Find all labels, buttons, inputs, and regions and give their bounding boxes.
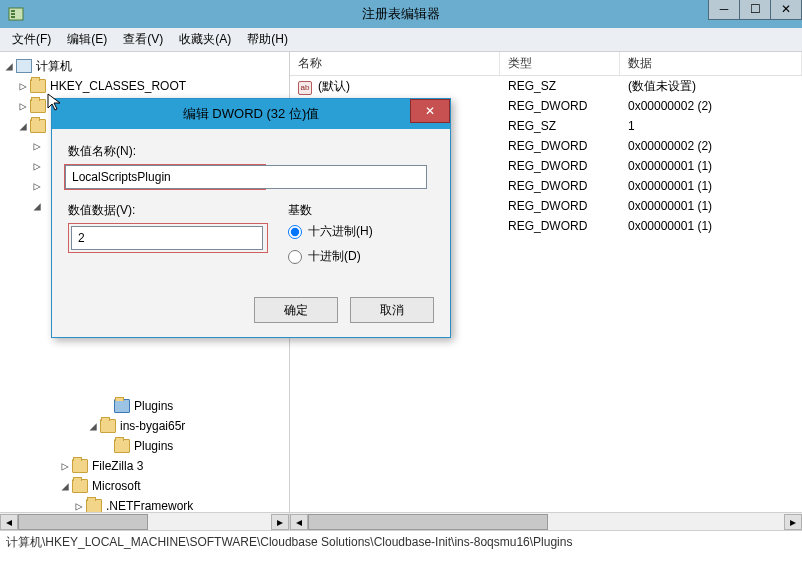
- menu-edit[interactable]: 编辑(E): [59, 31, 115, 48]
- col-type[interactable]: 类型: [500, 52, 620, 75]
- svg-rect-3: [11, 16, 15, 18]
- minimize-button[interactable]: ─: [708, 0, 740, 20]
- window-controls: ─ ☐ ✕: [708, 0, 802, 20]
- app-icon: [8, 6, 24, 22]
- menu-view[interactable]: 查看(V): [115, 31, 171, 48]
- value-data-label: 数值数据(V):: [68, 202, 268, 219]
- folder-icon: [114, 399, 130, 413]
- radio-dec-label: 十进制(D): [308, 248, 361, 265]
- base-label: 基数: [288, 202, 373, 219]
- svg-rect-2: [11, 13, 15, 15]
- expand-icon[interactable]: ▷: [58, 456, 72, 476]
- cell-data: 1: [620, 119, 802, 133]
- col-name[interactable]: 名称: [290, 52, 500, 75]
- expand-icon[interactable]: ▷: [30, 136, 44, 156]
- status-bar: 计算机\HKEY_LOCAL_MACHINE\SOFTWARE\Cloudbas…: [0, 530, 802, 554]
- menu-file[interactable]: 文件(F): [4, 31, 59, 48]
- expand-icon[interactable]: ▷: [30, 176, 44, 196]
- cell-data: 0x00000001 (1): [620, 219, 802, 233]
- cell-data: 0x00000002 (2): [620, 139, 802, 153]
- value-data-input[interactable]: [71, 226, 263, 250]
- tree-item-hkcr[interactable]: ▷HKEY_CLASSES_ROOT: [2, 76, 287, 96]
- folder-icon: [72, 459, 88, 473]
- menu-help[interactable]: 帮助(H): [239, 31, 296, 48]
- scroll-thumb[interactable]: [18, 514, 148, 530]
- tree-hscroll[interactable]: ◂ ▸: [0, 512, 289, 530]
- radio-dec[interactable]: 十进制(D): [288, 248, 373, 265]
- menu-bar: 文件(F) 编辑(E) 查看(V) 收藏夹(A) 帮助(H): [0, 28, 802, 52]
- folder-icon: [86, 499, 102, 513]
- scroll-right-icon[interactable]: ▸: [271, 514, 289, 530]
- edit-dword-dialog: 编辑 DWORD (32 位)值 ✕ 数值名称(N): 数值数据(V): 基数 …: [51, 98, 451, 338]
- tree-item-plugins[interactable]: Plugins: [2, 396, 287, 416]
- collapse-icon[interactable]: ◢: [2, 56, 16, 76]
- dialog-body: 数值名称(N): 数值数据(V): 基数 十六进制(H) 十进制(D) 确定 取…: [52, 129, 450, 337]
- folder-icon: [30, 99, 46, 113]
- collapse-icon[interactable]: ◢: [16, 116, 30, 136]
- cell-data: 0x00000002 (2): [620, 99, 802, 113]
- dialog-titlebar[interactable]: 编辑 DWORD (32 位)值 ✕: [52, 99, 450, 129]
- dialog-close-button[interactable]: ✕: [410, 99, 450, 123]
- scroll-thumb[interactable]: [308, 514, 548, 530]
- value-name-label: 数值名称(N):: [68, 143, 434, 160]
- menu-favorites[interactable]: 收藏夹(A): [171, 31, 239, 48]
- expand-icon[interactable]: ▷: [16, 76, 30, 96]
- tree-item-plugins2[interactable]: Plugins: [2, 436, 287, 456]
- scroll-track[interactable]: [308, 514, 784, 530]
- collapse-icon[interactable]: ◢: [58, 476, 72, 496]
- value-data-highlight: [68, 223, 268, 253]
- folder-icon: [30, 79, 46, 93]
- list-row[interactable]: ab(默认)REG_SZ(数值未设置): [290, 76, 802, 96]
- scroll-left-icon[interactable]: ◂: [290, 514, 308, 530]
- close-icon: ✕: [425, 104, 435, 118]
- computer-icon: [16, 59, 32, 73]
- dialog-buttons: 确定 取消: [68, 293, 434, 323]
- collapse-icon[interactable]: ◢: [86, 416, 100, 436]
- cell-type: REG_SZ: [500, 119, 620, 133]
- dialog-title: 编辑 DWORD (32 位)值: [183, 105, 320, 123]
- folder-icon: [72, 479, 88, 493]
- value-name-highlight: [64, 164, 266, 190]
- cell-type: REG_DWORD: [500, 219, 620, 233]
- col-data[interactable]: 数据: [620, 52, 802, 75]
- ok-button[interactable]: 确定: [254, 297, 338, 323]
- radio-hex-label: 十六进制(H): [308, 223, 373, 240]
- cell-data: 0x00000001 (1): [620, 179, 802, 193]
- tree-item-instance[interactable]: ◢ins-bygai65r: [2, 416, 287, 436]
- collapse-icon[interactable]: ◢: [30, 196, 44, 216]
- cell-type: REG_DWORD: [500, 159, 620, 173]
- tree-item-filezilla[interactable]: ▷FileZilla 3: [2, 456, 287, 476]
- cell-type: REG_DWORD: [500, 139, 620, 153]
- list-header: 名称 类型 数据: [290, 52, 802, 76]
- cell-data: (数值未设置): [620, 78, 802, 95]
- folder-icon: [114, 439, 130, 453]
- scroll-right-icon[interactable]: ▸: [784, 514, 802, 530]
- cell-type: REG_DWORD: [500, 199, 620, 213]
- status-path: 计算机\HKEY_LOCAL_MACHINE\SOFTWARE\Cloudbas…: [6, 534, 572, 551]
- cell-data: 0x00000001 (1): [620, 159, 802, 173]
- maximize-button[interactable]: ☐: [739, 0, 771, 20]
- expand-icon[interactable]: ▷: [16, 96, 30, 116]
- cancel-button[interactable]: 取消: [350, 297, 434, 323]
- folder-icon: [30, 119, 46, 133]
- close-button[interactable]: ✕: [770, 0, 802, 20]
- window-titlebar: 注册表编辑器 ─ ☐ ✕: [0, 0, 802, 28]
- radio-dec-input[interactable]: [288, 250, 302, 264]
- cell-name: ab(默认): [290, 78, 500, 95]
- base-group: 基数 十六进制(H) 十进制(D): [288, 202, 373, 273]
- cell-type: REG_DWORD: [500, 99, 620, 113]
- tree-root[interactable]: ◢计算机: [2, 56, 287, 76]
- folder-icon: [100, 419, 116, 433]
- scroll-left-icon[interactable]: ◂: [0, 514, 18, 530]
- list-hscroll[interactable]: ◂ ▸: [290, 512, 802, 530]
- string-value-icon: ab: [298, 81, 312, 95]
- scroll-track[interactable]: [18, 514, 271, 530]
- cell-type: REG_SZ: [500, 79, 620, 93]
- window-title: 注册表编辑器: [362, 5, 440, 23]
- expand-icon[interactable]: ▷: [30, 156, 44, 176]
- radio-hex-input[interactable]: [288, 225, 302, 239]
- value-name-input[interactable]: [65, 165, 427, 189]
- tree-item-microsoft[interactable]: ◢Microsoft: [2, 476, 287, 496]
- svg-rect-1: [11, 10, 15, 12]
- radio-hex[interactable]: 十六进制(H): [288, 223, 373, 240]
